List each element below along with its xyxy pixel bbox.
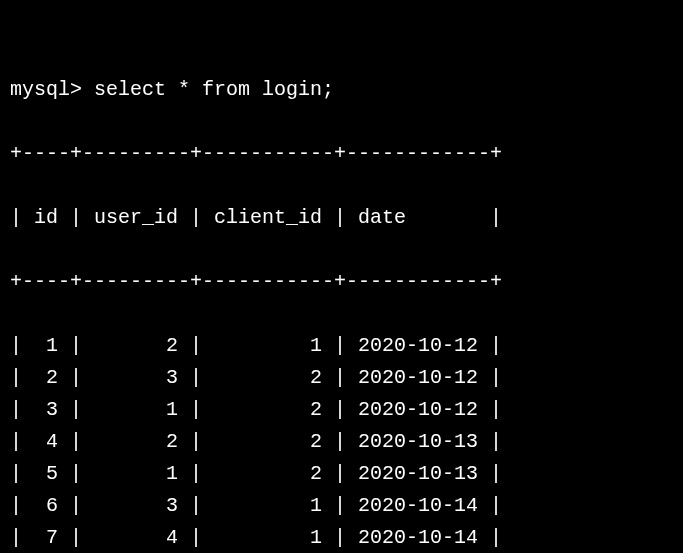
- table-row: | 2 | 3 | 2 | 2020-10-12 |: [10, 362, 673, 394]
- mysql-prompt-line[interactable]: mysql> select * from login;: [10, 74, 673, 106]
- table-header-divider: +----+---------+-----------+------------…: [10, 266, 673, 298]
- sql-query-text: select * from login;: [94, 78, 334, 101]
- table-row: | 6 | 3 | 1 | 2020-10-14 |: [10, 490, 673, 522]
- mysql-prompt: mysql>: [10, 78, 94, 101]
- table-row: | 7 | 4 | 1 | 2020-10-14 |: [10, 522, 673, 553]
- table-row: | 4 | 2 | 2 | 2020-10-13 |: [10, 426, 673, 458]
- table-body: | 1 | 2 | 1 | 2020-10-12 || 2 | 3 | 2 | …: [10, 330, 673, 553]
- table-row: | 1 | 2 | 1 | 2020-10-12 |: [10, 330, 673, 362]
- table-header-row: | id | user_id | client_id | date |: [10, 202, 673, 234]
- table-top-divider: +----+---------+-----------+------------…: [10, 138, 673, 170]
- table-row: | 5 | 1 | 2 | 2020-10-13 |: [10, 458, 673, 490]
- table-row: | 3 | 1 | 2 | 2020-10-12 |: [10, 394, 673, 426]
